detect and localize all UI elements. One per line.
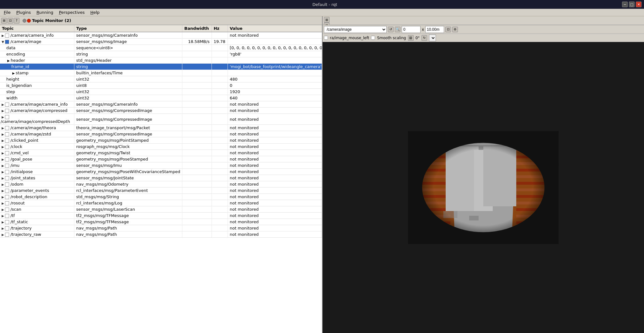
table-row[interactable]: ▶ /camera/image/zstdsensor_msgs/msg/Comp…	[0, 131, 322, 137]
topic-checkbox[interactable]	[5, 103, 9, 107]
table-row[interactable]: ▶ /camera/image/camera_infosensor_msgs/m…	[0, 101, 322, 108]
undock-icon[interactable]: ⊡	[8, 18, 13, 24]
expand-icon[interactable]: ▶	[1, 202, 5, 205]
col-value[interactable]: Value	[228, 25, 322, 32]
table-row[interactable]: frame_idstring'mogi_bot/base_footprint/w…	[0, 64, 322, 70]
topic-select[interactable]: /camera/image	[324, 26, 387, 33]
expand-icon[interactable]: ▶	[1, 183, 5, 186]
topic-checkbox[interactable]	[5, 189, 9, 193]
menu-perspectives[interactable]: Perspectives	[56, 9, 87, 15]
expand-icon[interactable]: ▶	[1, 227, 5, 230]
topic-checkbox[interactable]	[5, 151, 9, 155]
topic-checkbox[interactable]	[5, 145, 9, 149]
topic-checkbox[interactable]	[5, 126, 9, 130]
expand-icon[interactable]: ▶	[1, 208, 5, 211]
smooth-scaling-checkbox[interactable]	[371, 36, 375, 40]
close-indicator[interactable]	[27, 19, 31, 23]
help-icon[interactable]: ?	[14, 18, 19, 24]
table-row[interactable]: ▶ /camera/image/theoratheora_image_trans…	[0, 125, 322, 131]
table-row[interactable]: ▶ /parameter_eventsrcl_interfaces/msg/Pa…	[0, 188, 322, 194]
image-settings-icon[interactable]: ⚙	[452, 27, 458, 32]
table-row[interactable]: encodingstring'rgb8'	[0, 51, 322, 57]
topic-checkbox[interactable]	[5, 115, 9, 119]
zoom-in-icon[interactable]: 🔍	[395, 27, 400, 32]
table-row[interactable]: ▶ /cmd_velgeometry_msgs/msg/Twistnot mon…	[0, 150, 322, 156]
topic-checkbox[interactable]	[5, 182, 9, 187]
table-row[interactable]: ▶ /goal_posegeometry_msgs/msg/PoseStampe…	[0, 156, 322, 162]
expand-icon[interactable]: ▶	[11, 71, 16, 75]
table-row[interactable]: ▼ /camera/imagesensor_msgs/msg/Image18.5…	[0, 39, 322, 45]
topic-checkbox[interactable]	[5, 214, 9, 218]
menu-file[interactable]: File	[1, 9, 13, 15]
rotate-icon[interactable]: ↻	[421, 35, 427, 41]
topic-checkbox[interactable]	[5, 201, 9, 205]
table-row[interactable]: ▶ /odomnav_msgs/msg/Odometrynot monitore…	[0, 181, 322, 188]
col-bandwidth[interactable]: Bandwidth	[182, 25, 212, 32]
table-row[interactable]: datasequence<uint8>[0, 0, 0, 0, 0, 0, 0,…	[0, 45, 322, 51]
topic-checkbox[interactable]	[5, 157, 9, 161]
expand-icon[interactable]: ▶	[1, 170, 5, 174]
expand-icon[interactable]: ▶	[1, 189, 5, 193]
table-row[interactable]: ▶ /imusensor_msgs/msg/Imunot monitored	[0, 162, 322, 169]
col-topic[interactable]: Topic	[0, 25, 74, 32]
table-row[interactable]: ▶ /joint_statessensor_msgs/msg/JointStat…	[0, 175, 322, 181]
topic-table-container[interactable]: Topic Type Bandwidth Hz Value ▶ /camera/…	[0, 25, 322, 333]
expand-icon[interactable]: ▶	[1, 220, 5, 224]
expand-icon[interactable]: ▶	[1, 214, 5, 218]
topic-checkbox[interactable]	[5, 164, 9, 168]
table-row[interactable]: ▶headerstd_msgs/Header	[0, 57, 322, 64]
table-row[interactable]: ▶ /trajectorynav_msgs/msg/Pathnot monito…	[0, 225, 322, 231]
col-hz[interactable]: Hz	[212, 25, 228, 32]
expand-icon[interactable]: ▶	[1, 115, 5, 119]
table-row[interactable]: is_bigendianuint80	[0, 82, 322, 89]
expand-icon[interactable]: ▶	[1, 139, 5, 142]
zoom-x-input[interactable]	[402, 26, 421, 33]
expand-icon[interactable]: ▶	[1, 151, 5, 155]
expand-icon[interactable]: ▶	[1, 177, 5, 180]
topic-checkbox[interactable]	[5, 195, 9, 199]
table-row[interactable]: ▶ /scansensor_msgs/msg/LaserScannot moni…	[0, 206, 322, 213]
table-row[interactable]: ▶ /camera/camera_infosensor_msgs/msg/Cam…	[0, 32, 322, 39]
table-row[interactable]: ▶ /camera/image/compressedDepthsensor_ms…	[0, 114, 322, 125]
menu-running[interactable]: Running	[34, 9, 56, 15]
topic-checkbox[interactable]	[5, 34, 9, 38]
topic-checkbox[interactable]	[5, 170, 9, 174]
topic-checkbox[interactable]	[5, 109, 9, 113]
maximize-button[interactable]: □	[629, 2, 635, 7]
zoom-value-input[interactable]	[425, 26, 444, 33]
topic-checkbox[interactable]	[5, 139, 9, 143]
table-row[interactable]: stepuint321920	[0, 89, 322, 95]
expand-icon[interactable]: ▼	[1, 40, 5, 44]
table-row[interactable]: ▶stampbuiltin_interfaces/Time	[0, 70, 322, 76]
expand-icon[interactable]: ▶	[1, 233, 5, 236]
table-row[interactable]: ▶ /trajectory_rawnav_msgs/msg/Pathnot mo…	[0, 231, 322, 238]
color-select[interactable]	[429, 34, 436, 41]
table-row[interactable]: ▶ /clicked_pointgeometry_msgs/msg/PointS…	[0, 137, 322, 144]
expand-icon[interactable]: ▶	[1, 145, 5, 149]
table-row[interactable]: widthuint32640	[0, 95, 322, 101]
topic-checkbox[interactable]	[5, 176, 9, 180]
menu-plugins[interactable]: Plugins	[14, 9, 34, 15]
table-row[interactable]: heightuint32480	[0, 76, 322, 82]
zoom-fit-icon[interactable]: ⊞	[408, 35, 414, 41]
expand-icon[interactable]: ▶	[1, 158, 5, 161]
topic-checkbox[interactable]	[5, 40, 9, 44]
table-row[interactable]: ▶ /initialposegeometry_msgs/msg/PoseWith…	[0, 169, 322, 175]
expand-icon[interactable]: ▶	[1, 109, 5, 113]
expand-icon[interactable]: ▶	[6, 59, 11, 62]
topic-checkbox[interactable]	[5, 226, 9, 230]
topic-checkbox[interactable]	[5, 132, 9, 136]
topic-checkbox[interactable]	[5, 220, 9, 224]
close-button[interactable]: ✕	[636, 2, 641, 7]
table-row[interactable]: ▶ /camera/image/compressedsensor_msgs/ms…	[0, 108, 322, 114]
table-row[interactable]: ▶ /clockrosgraph_msgs/msg/Clocknot monit…	[0, 144, 322, 150]
expand-icon[interactable]: ▶	[1, 164, 5, 167]
minimize-button[interactable]: ─	[622, 2, 628, 7]
expand-icon[interactable]: ▶	[1, 126, 5, 130]
fit-icon[interactable]: ⊡	[445, 27, 451, 32]
image-dock-icon[interactable]: ⊞	[324, 17, 330, 23]
menu-help[interactable]: Help	[88, 9, 102, 15]
mouse-event-checkbox[interactable]	[324, 36, 328, 40]
expand-icon[interactable]: ▶	[1, 195, 5, 199]
table-row[interactable]: ▶ /robot_descriptionstd_msgs/msg/Stringn…	[0, 194, 322, 200]
